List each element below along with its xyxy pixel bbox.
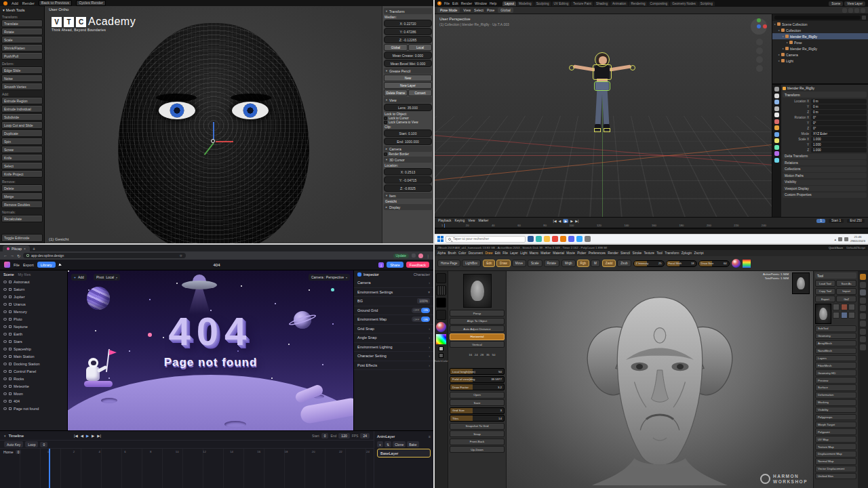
menu-item[interactable]: Edit <box>495 251 500 255</box>
sculpt-button[interactable]: Zadd <box>602 260 616 267</box>
scene-object-item[interactable]: Stars <box>0 338 67 345</box>
panel-button[interactable]: Local <box>408 44 432 51</box>
property-field[interactable]: XYZ Euler <box>811 131 867 136</box>
taskbar-app-icon[interactable] <box>568 236 574 242</box>
transform-section-header[interactable]: Transform <box>783 92 867 98</box>
mode-button[interactable]: Rotate <box>544 260 560 267</box>
taskbar-app-icon[interactable] <box>536 236 542 242</box>
astronaut-object[interactable] <box>84 349 117 399</box>
menu-item[interactable]: Light <box>520 251 527 255</box>
tool-section-header[interactable]: NanoMesh <box>815 348 856 354</box>
property-field[interactable]: 0° <box>811 115 867 120</box>
zoom-icon[interactable] <box>756 39 763 45</box>
mesh-tool-button[interactable]: Spin <box>1 138 43 145</box>
properties-tab-icon[interactable] <box>774 94 779 98</box>
tool-button[interactable]: GoZ <box>836 296 856 302</box>
filter-icon[interactable] <box>862 16 866 20</box>
current-tool-thumbnail[interactable] <box>815 304 831 324</box>
menu-item[interactable]: Layer <box>510 251 518 255</box>
workspace-tab[interactable]: Layout <box>502 1 516 6</box>
menu-item[interactable]: Marker <box>540 251 551 255</box>
clone-button[interactable]: Clone <box>393 441 406 447</box>
active-tool-thumbnail[interactable] <box>463 274 492 308</box>
scene-object-item[interactable]: Pluto <box>0 315 67 323</box>
start-field[interactable]: 0 <box>321 433 329 439</box>
switch-color-button[interactable]: SwitchColor <box>435 360 448 363</box>
paint-button[interactable]: Mrgb <box>561 260 575 267</box>
tool-section-header[interactable]: FiberMesh <box>815 362 856 369</box>
tool-section-header[interactable]: Texture Map <box>815 443 856 450</box>
value-field[interactable]: Mean Crease: 0.000 <box>384 52 432 59</box>
menu-item[interactable]: View <box>468 219 475 222</box>
gizmo-x-axis[interactable] <box>216 141 233 142</box>
camera-view-icon[interactable] <box>756 56 763 63</box>
dock-icon[interactable] <box>860 336 866 342</box>
viewport-3d[interactable]: User Ortho V T C Academy Think Ahead, Be… <box>45 6 382 243</box>
property-field[interactable]: 1.000 <box>811 142 867 147</box>
animlayer-menu-icon[interactable]: ≡ <box>429 434 431 439</box>
workspace-tab[interactable]: Animation <box>610 1 628 6</box>
rig-right-foot-bone[interactable] <box>604 128 610 132</box>
mesh-tool-button[interactable]: Edge Slide <box>1 66 43 74</box>
expand-icon[interactable]: ▸ <box>783 47 784 50</box>
shelf-button[interactable]: Home Page <box>437 260 460 267</box>
scene-object-item[interactable]: Mercury <box>0 308 67 315</box>
mesh-tool-button[interactable]: Normals: <box>1 209 43 214</box>
planet-object[interactable] <box>331 288 334 291</box>
start-frame-field[interactable]: Start 1 <box>829 219 844 223</box>
properties-tab-icon[interactable] <box>774 113 779 117</box>
draw-palette-control[interactable]: Front-Back <box>450 439 505 445</box>
mesh-tool-button[interactable]: Remove Doubles <box>1 201 43 208</box>
play-icon[interactable]: ▶ <box>563 219 568 223</box>
properties-tab-icon[interactable] <box>774 151 779 156</box>
browser-profile-avatar[interactable] <box>418 253 423 258</box>
value-field[interactable]: Start: 0.100 <box>384 129 432 137</box>
material-ball[interactable] <box>436 322 446 332</box>
mesh-tool-button[interactable]: Scale <box>1 36 43 43</box>
browser-tab[interactable]: Pikcap × <box>3 245 30 251</box>
taskbar-app-icon[interactable] <box>528 236 534 242</box>
inspector-row[interactable]: Post Effects › <box>354 361 433 371</box>
shelf-button[interactable]: LightBox <box>462 260 481 267</box>
value-field[interactable]: Z: -0.8325 <box>384 184 432 192</box>
next-frame-icon[interactable]: ▶ <box>92 434 94 438</box>
draw-palette-control[interactable]: Grid Size 3 <box>450 407 505 414</box>
tool-section-header[interactable]: SubTool <box>815 325 856 332</box>
mesh-tool-button[interactable]: Add: <box>1 91 43 96</box>
browser-update-button[interactable]: Update <box>393 253 409 258</box>
mesh-tool-button[interactable]: Deform: <box>1 60 43 66</box>
visibility-eye-icon[interactable] <box>3 385 7 388</box>
draw-palette-control[interactable]: Open <box>450 392 505 399</box>
menu-item[interactable]: File <box>444 1 450 5</box>
tab-my-files[interactable]: My files <box>18 272 31 277</box>
draw-palette-control[interactable]: Up-Down <box>450 446 505 453</box>
visibility-eye-icon[interactable] <box>3 340 7 343</box>
dock-icon[interactable] <box>860 298 866 304</box>
recent-tool-thumb[interactable] <box>848 312 855 319</box>
value-field[interactable]: X: 0.2513 <box>384 168 432 176</box>
go-end-icon[interactable]: ▶| <box>97 434 101 438</box>
mesh-tool-button[interactable]: Delete <box>1 184 43 192</box>
mesh-tool-button[interactable]: Loop Cut and Slide <box>1 121 43 129</box>
gradient-swatch[interactable] <box>743 260 751 268</box>
add-layer-icon[interactable]: + <box>377 441 383 447</box>
menu-item[interactable]: Keying <box>454 219 465 222</box>
tool-section-header[interactable]: ArrayMesh <box>815 340 856 347</box>
bake-button[interactable]: Bake <box>407 441 418 447</box>
extensions-icon[interactable] <box>412 253 416 258</box>
stroke-thumbnail[interactable] <box>436 285 446 296</box>
properties-tab-icon[interactable] <box>774 132 779 137</box>
scene-object-item[interactable]: Saturn <box>0 285 67 293</box>
feedback-button[interactable]: Feedback <box>406 262 429 268</box>
camera-preview-thumb[interactable] <box>792 272 810 294</box>
tool-button[interactable]: Import <box>836 288 856 295</box>
texture-thumbnail[interactable] <box>436 310 446 320</box>
loop-button[interactable]: Loop <box>25 441 38 447</box>
menu-item[interactable]: Draw <box>485 251 492 255</box>
outliner-item[interactable]: ▸ Pose <box>772 39 868 45</box>
jupiter-object[interactable] <box>87 287 110 310</box>
property-field[interactable]: 1.000 <box>811 148 867 152</box>
menu-item[interactable]: Render <box>22 1 35 5</box>
menu-item[interactable]: Color <box>458 251 466 255</box>
dock-icon[interactable] <box>860 321 866 327</box>
